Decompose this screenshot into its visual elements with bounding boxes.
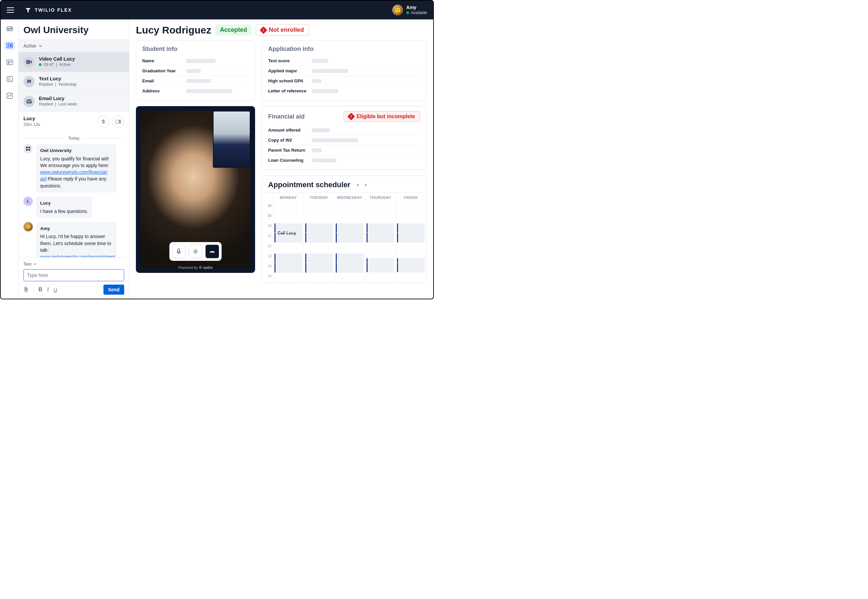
task-title: Video Call Lucy bbox=[39, 56, 75, 62]
task-text[interactable]: Text Lucy Replied|Yesterday bbox=[19, 72, 129, 92]
day-header: TUESDAY bbox=[304, 193, 334, 202]
calendar-cell[interactable] bbox=[304, 262, 334, 272]
next-week-button[interactable]: › bbox=[365, 182, 367, 188]
calendar-cell[interactable] bbox=[334, 212, 365, 222]
calendar-cell[interactable] bbox=[395, 212, 426, 222]
hour-label: 10 bbox=[262, 222, 273, 232]
card-title: Application info bbox=[268, 45, 420, 53]
video-button[interactable] bbox=[112, 116, 124, 128]
attachment-button[interactable] bbox=[23, 287, 29, 293]
message: 🙂 Amy Hi Lucy, I'd be happy to answer th… bbox=[23, 222, 124, 257]
calendar-cell[interactable] bbox=[365, 262, 396, 272]
calendar-cell[interactable] bbox=[334, 262, 365, 272]
calendar-cell[interactable] bbox=[365, 222, 396, 232]
calendar-cell[interactable] bbox=[395, 242, 426, 253]
calendar-cell[interactable] bbox=[395, 202, 426, 212]
calendar-cell[interactable] bbox=[365, 272, 396, 283]
calendar-cell[interactable] bbox=[273, 272, 304, 283]
calendar-cell[interactable] bbox=[304, 212, 334, 222]
user-status: Available bbox=[406, 11, 427, 15]
rail-tasks-icon[interactable] bbox=[4, 74, 15, 84]
calendar-cell[interactable] bbox=[395, 222, 426, 232]
calendar-cell[interactable] bbox=[304, 253, 334, 262]
calendar-cell[interactable] bbox=[365, 232, 396, 242]
calendar-cell[interactable] bbox=[334, 242, 365, 253]
calendar-cell[interactable] bbox=[273, 202, 304, 212]
calendar-cell[interactable] bbox=[304, 242, 334, 253]
calendar-cell[interactable] bbox=[304, 202, 334, 212]
calendar-cell[interactable] bbox=[304, 222, 334, 232]
user-name: Amy bbox=[406, 5, 427, 11]
task-filter[interactable]: Active bbox=[19, 39, 129, 52]
rail-agent-icon[interactable] bbox=[4, 41, 15, 50]
calendar-cell[interactable] bbox=[334, 202, 365, 212]
send-button[interactable]: Send bbox=[104, 284, 124, 295]
mute-button[interactable] bbox=[172, 245, 185, 258]
calendar-cell[interactable] bbox=[334, 222, 365, 232]
composer-mode[interactable]: Text bbox=[23, 260, 36, 269]
svg-rect-8 bbox=[7, 60, 13, 65]
appointment-link[interactable]: www.owluniversity.com/appointment bbox=[40, 254, 115, 257]
calendar-cell[interactable] bbox=[273, 253, 304, 262]
svg-rect-7 bbox=[10, 44, 12, 47]
svg-rect-12 bbox=[7, 76, 12, 82]
card-title: Student info bbox=[142, 45, 249, 53]
financial-aid-card: Financial aid ! Eligible but incomplete … bbox=[262, 106, 426, 170]
scheduler-grid[interactable]: MONDAYTUESDAYWEDNESDAYTHURSDAYFRIDAY0809… bbox=[262, 193, 426, 283]
task-email[interactable]: Email Lucy Replied|Last week bbox=[19, 92, 129, 111]
rail-reports-icon[interactable] bbox=[4, 91, 15, 101]
user-chip[interactable]: 🙂 Amy Available bbox=[392, 5, 427, 15]
calendar-cell[interactable] bbox=[273, 262, 304, 272]
twilio-flex-icon bbox=[25, 7, 32, 14]
prev-week-button[interactable]: ‹ bbox=[357, 182, 359, 188]
message: Owl University Lucy, you qualify for fin… bbox=[23, 144, 124, 193]
underline-button[interactable]: U bbox=[54, 287, 57, 293]
calendar-cell[interactable] bbox=[395, 253, 426, 262]
svg-rect-5 bbox=[8, 44, 9, 45]
calendar-cell[interactable] bbox=[273, 242, 304, 253]
day-header: THURSDAY bbox=[365, 193, 396, 202]
calendar-cell[interactable] bbox=[365, 212, 396, 222]
calendar-cell[interactable] bbox=[273, 212, 304, 222]
student-info-card: Student info Name Graduation Year Email … bbox=[136, 41, 255, 101]
hour-label: 08 bbox=[262, 202, 273, 212]
transfer-button[interactable] bbox=[98, 116, 110, 128]
calendar-cell[interactable] bbox=[273, 232, 304, 242]
calendar-cell[interactable] bbox=[395, 232, 426, 242]
italic-button[interactable]: I bbox=[47, 287, 49, 293]
calendar-cell[interactable] bbox=[304, 272, 334, 283]
calendar-cell[interactable] bbox=[304, 232, 334, 242]
svg-rect-20 bbox=[26, 149, 28, 151]
calendar-cell[interactable] bbox=[334, 232, 365, 242]
menu-button[interactable] bbox=[7, 8, 14, 13]
calendar-cell[interactable] bbox=[334, 272, 365, 283]
calendar-cell[interactable]: Call Lucy bbox=[273, 222, 304, 232]
task-meta: 09:47|Active bbox=[39, 62, 75, 67]
calendar-cell[interactable] bbox=[334, 253, 365, 262]
task-meta: Replied|Last week bbox=[39, 102, 77, 107]
video-icon bbox=[23, 56, 35, 68]
message-input[interactable] bbox=[23, 269, 124, 281]
calendar-cell[interactable] bbox=[365, 242, 396, 253]
bold-button[interactable]: B bbox=[39, 287, 42, 293]
rail-contacts-icon[interactable] bbox=[4, 57, 15, 67]
not-enrolled-badge: ! Not enrolled bbox=[256, 24, 309, 36]
end-call-button[interactable] bbox=[206, 245, 219, 258]
calendar-cell[interactable] bbox=[365, 253, 396, 262]
chat-icon bbox=[23, 76, 35, 87]
svg-rect-21 bbox=[29, 149, 30, 151]
avatar: L bbox=[23, 197, 33, 206]
rail-toggle-icon[interactable] bbox=[4, 24, 15, 33]
calendar-cell[interactable] bbox=[395, 272, 426, 283]
accepted-badge: Accepted bbox=[215, 24, 252, 36]
calendar-cell[interactable] bbox=[395, 262, 426, 272]
message-text: I have a few questions. bbox=[40, 209, 88, 214]
message-sender: Owl University bbox=[40, 147, 113, 154]
calendar-cell[interactable] bbox=[365, 202, 396, 212]
svg-rect-19 bbox=[29, 147, 30, 148]
settings-button[interactable] bbox=[189, 245, 202, 258]
powered-by: Powered by ⊙twilio bbox=[178, 265, 212, 269]
chevron-down-icon bbox=[39, 45, 42, 47]
task-video-call[interactable]: Video Call Lucy 09:47|Active bbox=[19, 52, 129, 72]
hour-label: 11 bbox=[262, 232, 273, 242]
